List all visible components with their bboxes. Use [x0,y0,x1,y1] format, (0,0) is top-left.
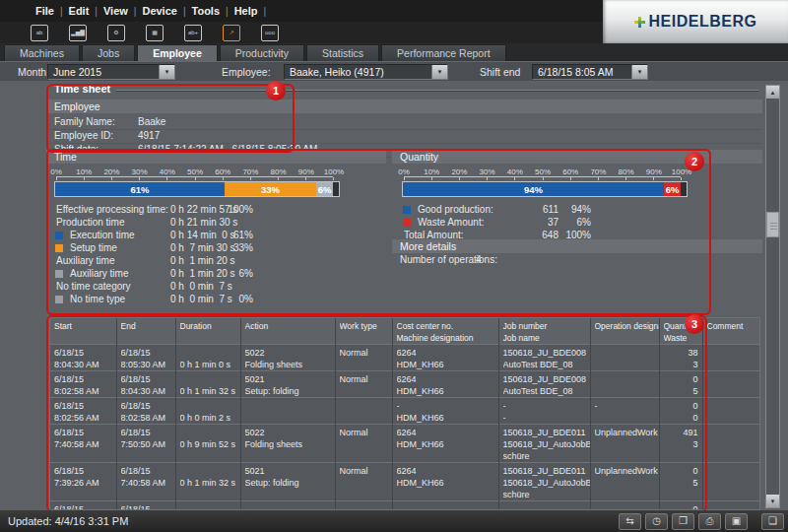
cell-line [245,412,335,424]
header-line [121,332,175,344]
table-cell: 6/18/158:02:56 AM [50,398,116,425]
cell-line: 0 [660,465,698,477]
cell-line: Normal [340,465,392,477]
report-abc-icon[interactable]: ab [31,25,48,41]
copy-button[interactable]: ❐ [672,513,694,530]
legend-label: Execution time [68,230,135,240]
cell-line: 3 [660,438,698,450]
table-cell: UnplannedWork [590,425,659,463]
cell-line: AutoTest BDE_08 [503,385,590,397]
scale-label: 70% [590,167,606,176]
menu-item-tools[interactable]: Tools [186,5,227,17]
cell-line: - [503,503,590,510]
tab-productivity[interactable]: Productivity [220,44,304,61]
employee-label: Employee: [222,66,271,78]
table-row[interactable]: 6/18/158:04:30 AM6/18/158:05:30 AM0 h 1 … [50,345,760,371]
scale-tick [278,177,279,180]
table-row[interactable]: 6/18/157:39:25 AM6/18/157:39:26 AM0 h 0 … [50,501,760,511]
legend-label: Effective processing time: [54,204,168,215]
cell-line: 150618_JU_BDE011 [503,465,590,477]
report-button[interactable]: ❏ [761,513,784,530]
tab-statistics[interactable]: Statistics [306,44,379,61]
table-cell: 0 h 9 min 52 s [175,425,240,463]
table-cell: 150618_JU_BDE008AutoTest BDE_08 [498,371,590,398]
statistics-chart-icon[interactable]: ▂▅▇ [69,25,87,41]
timesheet-title: Time sheet [54,83,110,95]
cell-line: 0 h 1 min 0 s [180,359,240,370]
cell-line: 0 h 0 min 2 s [180,412,240,424]
table-cell: 5022Folding sheets [240,425,335,463]
cell-line [595,373,659,385]
table-row[interactable]: 6/18/158:02:58 AM6/18/158:04:30 AM0 h 1 … [50,371,760,398]
legend-percent: 6% [558,216,591,229]
print-button[interactable]: ⎙ [698,513,721,530]
chevron-down-icon[interactable]: ▼ [631,65,647,79]
save-button[interactable]: ▣ [725,513,748,530]
cell-line: AutoTest BDE_08 [503,359,590,370]
table-cell [590,345,659,371]
statusbar-buttons: ⇆◷❐⎙▣❏ [619,513,784,530]
cell-line: 7:50:50 AM [121,438,175,450]
settings-monitor-icon[interactable]: ⚙ [107,25,125,41]
table-row[interactable]: 6/18/157:40:58 AM6/18/157:50:50 AM0 h 9 … [50,425,760,463]
employee-select[interactable]: Baake, Heiko (4917) ▼ [284,64,448,80]
header-line [707,332,761,344]
legend-row: Execution time0 h 14 min 0 s61% [54,229,350,241]
table-cell: 150618_JU_BDE011150618_JU_AutoJobBroschü… [498,425,590,463]
menu-item-edit[interactable]: Edit [63,5,96,17]
report-data-icon[interactable]: ooo [261,25,279,41]
cell-line [707,400,761,412]
detail-value: 4917 [138,130,160,141]
shift-end-value: 6/18/15 8:05 AM [533,66,631,78]
top-bar: File|Edit|View|Device|Tools|Help| ab▂▅▇⚙… [0,0,788,43]
time-scale: 0%10%20%30%40%50%60%70%80%90%100% [56,167,334,176]
cell-line: 7:40:58 AM [121,477,175,489]
move-view-button[interactable]: ⇆ [619,513,641,530]
cell-line: 6/18/15 [54,427,116,438]
report-add-icon[interactable]: ab+ [184,25,202,41]
chevron-down-icon[interactable]: ▼ [431,65,447,79]
legend-label: Setup time [68,242,117,253]
table-cell [335,398,392,425]
table-cell: 0 h 1 min 32 s [175,371,240,398]
cell-line: Folding sheets [245,359,335,370]
menu-item-device[interactable]: Device [136,5,182,17]
table-cell [335,501,392,511]
cell-line: 6/18/15 [54,373,116,385]
scale-tick [487,177,488,180]
cell-line [340,503,392,510]
export-report-icon[interactable]: ↗ [223,25,240,41]
shift-end-select[interactable]: 6/18/15 8:05 AM ▼ [532,64,648,80]
table-row[interactable]: 6/18/158:02:56 AM6/18/158:02:58 AM0 h 0 … [50,398,760,425]
scrollbar-thumb[interactable] [766,212,779,237]
menu-item-help[interactable]: Help [229,5,264,17]
legend-row: Auxiliary time0 h 1 min 20 s6% [54,267,350,280]
table-cell: 6264HDM_KH66 [392,463,498,501]
scale-label: 0% [50,167,62,176]
tab-jobs[interactable]: Jobs [82,44,135,61]
chevron-down-icon[interactable]: ▼ [159,65,174,79]
device-icon[interactable]: ▦ [146,25,164,41]
menu-item-file[interactable]: File [30,5,60,17]
table-cell: 5021Setup: folding [240,371,335,398]
scale-label: 0% [398,167,410,176]
header-line: Job name [503,332,590,344]
tab-employee[interactable]: Employee [137,44,218,61]
alarm-clock-button[interactable]: ◷ [645,513,668,530]
header-line: Start [54,320,116,332]
scale-label: 70% [242,167,258,176]
table-cell: -- [498,398,590,425]
vertical-scrollbar[interactable]: ▲ ▼ [765,85,780,508]
tab-machines[interactable]: Machines [4,44,80,61]
scroll-up-icon[interactable]: ▲ [766,86,779,99]
table-cell [702,425,760,463]
table-cell: 05 [659,463,702,501]
menu-item-view[interactable]: View [98,5,134,17]
scale-label: 30% [480,167,495,176]
month-select[interactable]: June 2015 ▼ [47,64,175,80]
table-row[interactable]: 6/18/157:39:26 AM6/18/157:40:58 AM0 h 1 … [50,463,760,501]
tab-performance-report[interactable]: Performance Report [381,44,506,61]
detail-label: Family Name: [54,116,115,127]
header-line: Job number [503,320,590,332]
scroll-down-icon[interactable]: ▼ [766,495,779,507]
